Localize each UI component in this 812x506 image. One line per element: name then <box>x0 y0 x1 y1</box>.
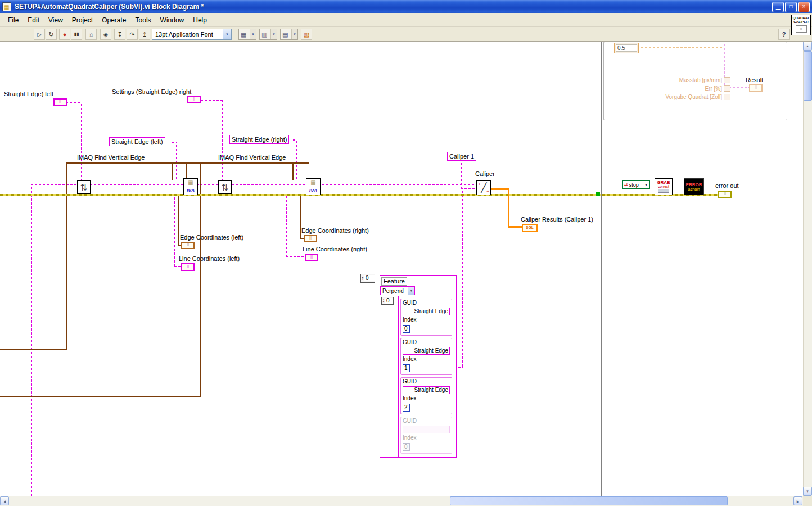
window-icon[interactable]: ▦ <box>2 2 11 11</box>
menu-item-view[interactable]: View <box>44 15 67 26</box>
node-imaq-find-vertical-edge-left[interactable]: ▦ IVA <box>183 178 198 195</box>
scrollbar-corner <box>803 496 812 506</box>
run-button[interactable]: ▷ <box>34 29 45 40</box>
indicator-terminal-caliper-results[interactable]: SGL <box>522 224 538 232</box>
node-find-edge-setup-right[interactable]: ⇅ <box>218 180 232 194</box>
highlight-execution-button[interactable]: ☼ <box>85 29 97 40</box>
step-into-button[interactable]: ↧ <box>114 29 125 40</box>
boxed-label-straight-edge-right[interactable]: Straight Edge (right) <box>229 135 289 144</box>
step-out-button[interactable]: ↥ <box>139 29 150 40</box>
indicator-terminal-line-coordinates-right[interactable]: ⠿ <box>305 254 318 261</box>
vi-icon-badge[interactable]: QUADRAT CALIPER ‖ <box>791 15 811 35</box>
scroll-up-button[interactable]: ▲ <box>803 42 812 51</box>
feature-enum-dropdown[interactable]: Perpend ▼ <box>380 286 415 295</box>
font-selector-value: 13pt Application Font <box>155 31 213 38</box>
index-value-field[interactable]: 2 <box>403 404 410 412</box>
font-selector[interactable]: 13pt Application Font ▼ <box>152 29 232 40</box>
guid-index-cluster-2[interactable]: GUID Straight Edge Index 2 <box>400 377 452 414</box>
indicator-terminal-error-out[interactable]: ⠿ <box>718 191 732 198</box>
outer-array-index[interactable]: ▲▼ 0 <box>360 274 375 283</box>
node-error-chain[interactable]: ERROR &chain <box>684 178 704 195</box>
guid-index-cluster-0[interactable]: GUID Straight Edge Index 0 <box>400 299 452 336</box>
menu-item-window[interactable]: Window <box>156 15 189 26</box>
node-grab-correct[interactable]: GRAB correct <box>655 178 673 195</box>
label-caliper: Caliper <box>475 170 495 178</box>
guid-value-field[interactable] <box>403 426 450 433</box>
stop-toggle-icon: ⇄ <box>624 182 628 187</box>
horizontal-scrollbar[interactable]: ◀ ▶ <box>0 496 803 506</box>
label-imaq-find-vertical-edge-left: IMAQ Find Vertical Edge <box>77 154 145 161</box>
guid-index-cluster-1[interactable]: GUID Straight Edge Index 1 <box>400 338 452 375</box>
minimize-icon: ▁ <box>776 4 781 10</box>
block-diagram-canvas[interactable]: 0.5 Masstab [px/mm] Err [%] Vorgabe Quad… <box>0 42 803 496</box>
vertical-scrollbar[interactable]: ▲ ▼ <box>803 42 812 496</box>
scroll-right-button[interactable]: ▶ <box>793 496 802 505</box>
wire <box>0 396 201 397</box>
index-value-field[interactable]: 0 <box>403 325 410 333</box>
menu-item-tools[interactable]: Tools <box>131 15 156 26</box>
node-imaq-find-vertical-edge-right[interactable]: ▦ IVA <box>306 178 321 195</box>
cluster-terminal-icon: ⠿ <box>192 98 195 102</box>
reorder-button[interactable]: ▧ <box>301 29 312 40</box>
node-caliper[interactable]: ╱ + + <box>476 180 491 195</box>
guid-value-field[interactable]: Straight Edge <box>403 347 450 355</box>
stop-dropdown-icon[interactable]: ▼ <box>644 183 648 187</box>
control-terminal-straight-edge-left[interactable]: ⠿ <box>53 98 67 106</box>
window-title: SETUP#AutomatQuadratCaliper (SubVI).vi B… <box>15 3 771 11</box>
retain-wire-values-button[interactable]: ◈ <box>100 29 111 40</box>
menu-item-operate[interactable]: Operate <box>97 15 130 26</box>
index-value-field[interactable]: 1 <box>403 364 410 372</box>
align-dropdown-arrow-icon[interactable]: ▼ <box>250 29 256 39</box>
scroll-left-icon: ◀ <box>3 499 6 503</box>
stop-boolean-control[interactable]: ⇄ stop ▼ <box>622 180 650 189</box>
menu-item-file[interactable]: File <box>3 15 23 26</box>
run-continuous-button[interactable]: ↻ <box>46 29 57 40</box>
label-vorgabe-quadrat: Vorgabe Quadrat [Zoll] <box>656 94 722 101</box>
indicator-terminal-line-coordinates-left[interactable]: ⠿ <box>181 263 195 271</box>
wire <box>286 195 287 257</box>
resize-objects-dropdown[interactable]: ▤ ▼ <box>280 29 298 40</box>
indicator-terminal-edge-coordinates-left[interactable]: ⠿ <box>181 242 195 249</box>
numeric-control-05[interactable]: 0.5 <box>614 43 639 53</box>
guid-index-cluster-3-disabled[interactable]: GUID Index 0 <box>400 417 452 454</box>
distribute-dropdown-arrow-icon[interactable]: ▼ <box>270 29 277 39</box>
guid-value-field[interactable]: Straight Edge <box>403 386 450 394</box>
menu-item-help[interactable]: Help <box>188 15 211 26</box>
wire <box>31 184 476 185</box>
menu-item-edit[interactable]: Edit <box>23 15 44 26</box>
align-objects-dropdown[interactable]: ▦ ▼ <box>238 29 256 40</box>
pause-button[interactable]: ▮▮ <box>71 29 82 40</box>
outer-index-value[interactable]: 0 <box>364 275 375 281</box>
result-terminal[interactable]: ⠿ <box>749 84 763 92</box>
control-terminal-settings-right[interactable]: ⠿ <box>187 96 201 103</box>
distribute-objects-dropdown[interactable]: ▥ ▼ <box>259 29 277 40</box>
help-button[interactable]: ? <box>778 29 790 40</box>
node-find-edge-setup-left[interactable]: ⇅ <box>77 180 91 194</box>
indicator-terminal-edge-coordinates-right[interactable]: ⠿ <box>304 235 317 242</box>
inner-index-value[interactable]: 0 <box>385 298 393 304</box>
abort-button[interactable]: ● <box>59 29 70 40</box>
menu-item-project[interactable]: Project <box>67 15 97 26</box>
iva-label: IVA <box>309 188 317 193</box>
edge-node-icon: ⇅ <box>80 182 87 193</box>
numeric-control-value[interactable]: 0.5 <box>616 44 637 52</box>
maximize-button[interactable]: □ <box>785 2 797 12</box>
enum-dropdown-arrow-icon[interactable]: ▼ <box>408 287 414 295</box>
boxed-label-caliper-1[interactable]: Caliper 1 <box>447 152 476 161</box>
guid-value-field[interactable]: Straight Edge <box>403 308 450 315</box>
cluster-terminal-icon: ⠿ <box>58 101 61 105</box>
boxed-label-straight-edge-left[interactable]: Straight Edge (left) <box>109 137 165 146</box>
close-button[interactable]: × <box>798 2 810 12</box>
scroll-left-button[interactable]: ◀ <box>0 496 9 505</box>
inner-array-index[interactable]: ▲▼ 0 <box>381 297 394 305</box>
index-value-field[interactable]: 0 <box>403 443 410 451</box>
horizontal-scroll-thumb[interactable] <box>450 496 728 505</box>
font-selector-dropdown-icon[interactable]: ▼ <box>223 29 231 39</box>
step-over-button[interactable]: ↷ <box>127 29 138 40</box>
pane-splitter[interactable] <box>601 42 602 496</box>
cluster-terminal-icon: ⠿ <box>754 86 757 90</box>
minimize-button[interactable]: ▁ <box>772 2 784 12</box>
resize-dropdown-arrow-icon[interactable]: ▼ <box>291 29 297 39</box>
vertical-scroll-thumb[interactable] <box>804 51 812 101</box>
scroll-down-button[interactable]: ▼ <box>803 487 812 496</box>
